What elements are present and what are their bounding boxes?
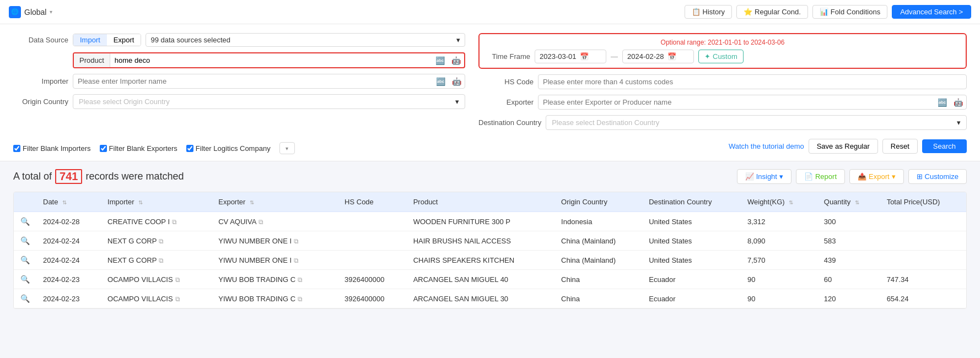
exporter-translate-icon[interactable]: 🔤 <box>934 96 950 109</box>
row-origin: China <box>554 270 642 289</box>
exporter-copy-icon[interactable]: ⧉ <box>298 295 303 303</box>
export-icon: 📤 <box>858 172 866 181</box>
custom-button[interactable]: ✦ Custom <box>698 50 744 63</box>
row-search-icon[interactable]: 🔍 <box>14 289 36 308</box>
exporter-actions: 🔤 🤖 <box>934 96 966 109</box>
global-icon: 🌐 <box>9 6 21 18</box>
destination-country-label: Destination Country <box>478 118 541 127</box>
advanced-search-button[interactable]: Advanced Search > <box>892 5 971 19</box>
row-hs-code <box>338 231 407 251</box>
importer-copy-icon[interactable]: ⧉ <box>159 257 164 264</box>
origin-country-select[interactable]: Please select Origin Country ▾ <box>73 94 465 109</box>
importer-copy-icon[interactable]: ⧉ <box>175 276 180 284</box>
importer-copy-icon[interactable]: ⧉ <box>175 295 180 303</box>
row-destination: United States <box>642 212 741 231</box>
exporter-copy-icon[interactable]: ⧉ <box>294 237 299 245</box>
data-source-label: Data Source <box>13 36 68 44</box>
row-price: 747.34 <box>880 270 966 289</box>
data-source-row: Data Source Import Export 99 data source… <box>13 33 465 47</box>
regular-cond-button[interactable]: ⭐ Regular Cond. <box>736 5 808 19</box>
destination-country-row: Destination Country Please select Destin… <box>478 115 967 130</box>
filter-blank-exporters-checkbox[interactable]: Filter Blank Exporters <box>100 144 177 153</box>
table-body: 🔍 2024-02-28 CREATIVE COOP I⧉ CV AQUIVA⧉… <box>14 212 966 308</box>
filter-blank-exporters-input[interactable] <box>100 145 107 152</box>
hs-code-input-wrapper <box>538 74 967 89</box>
exporter-robot-icon[interactable]: 🤖 <box>950 96 966 109</box>
history-button[interactable]: 📋 History <box>685 5 732 19</box>
filter-logistics-input[interactable] <box>186 145 193 152</box>
results-suffix: records were matched <box>85 171 184 182</box>
row-importer: OCAMPO VILLACIS⧉ <box>101 270 212 289</box>
reset-button[interactable]: Reset <box>882 139 918 154</box>
row-search-icon[interactable]: 🔍 <box>14 212 36 231</box>
importer-actions: 🔤 🤖 <box>433 75 465 88</box>
insight-arrow: ▾ <box>779 172 783 181</box>
row-date: 2024-02-24 <box>36 231 101 251</box>
row-price <box>880 231 966 251</box>
row-weight: 8,090 <box>741 231 817 251</box>
exporter-input-wrapper: 🔤 🤖 <box>538 95 967 110</box>
row-origin: China (Mainland) <box>554 251 642 270</box>
exporter-copy-icon[interactable]: ⧉ <box>259 218 263 226</box>
import-tab[interactable]: Import <box>73 34 107 46</box>
filter-blank-importers-input[interactable] <box>13 145 20 152</box>
insight-button[interactable]: 📈 Insight ▾ <box>737 169 791 184</box>
save-regular-button[interactable]: Save as Regular <box>809 139 878 154</box>
exporter-copy-icon[interactable]: ⧉ <box>294 257 299 264</box>
search-two-col: Data Source Import Export 99 data source… <box>13 33 967 135</box>
importer-input[interactable] <box>73 74 433 88</box>
row-hs-code <box>338 251 407 270</box>
row-date: 2024-02-28 <box>36 212 101 231</box>
search-button[interactable]: Search <box>922 139 967 153</box>
col-destination: Destination Country <box>642 192 741 212</box>
row-origin: Indonesia <box>554 212 642 231</box>
table-row: 🔍 2024-02-23 OCAMPO VILLACIS⧉ YIWU BOB T… <box>14 270 966 289</box>
row-exporter: YIWU BOB TRADING C⧉ <box>212 289 338 308</box>
filter-row: Filter Blank Importers Filter Blank Expo… <box>13 142 295 154</box>
date-separator: — <box>611 52 618 61</box>
row-product: ARCANGEL SAN MIGUEL 30 <box>407 289 554 308</box>
date-to-input[interactable]: 2024-02-28 📅 <box>622 50 694 63</box>
hs-code-input[interactable] <box>539 75 966 89</box>
date-to-value: 2024-02-28 <box>627 52 664 61</box>
filter-logistics-checkbox[interactable]: Filter Logitics Company <box>186 144 271 153</box>
table-row: 🔍 2024-02-23 OCAMPO VILLACIS⧉ YIWU BOB T… <box>14 289 966 308</box>
report-button[interactable]: 📄 Report <box>796 169 845 184</box>
destination-country-select[interactable]: Please select Destination Country ▾ <box>546 115 967 130</box>
timeframe-row: Time Frame 2023-03-01 📅 — 2024-02-28 📅 ✦… <box>486 50 959 63</box>
date-from-input[interactable]: 2023-03-01 📅 <box>535 50 606 63</box>
product-robot-icon[interactable]: 🤖 <box>448 54 464 67</box>
row-origin: China (Mainland) <box>554 231 642 251</box>
fold-conditions-button[interactable]: 📊 Fold Conditions <box>812 5 887 19</box>
record-count: 741 <box>55 169 82 184</box>
row-search-icon[interactable]: 🔍 <box>14 251 36 270</box>
row-search-icon[interactable]: 🔍 <box>14 231 36 251</box>
table-row: 🔍 2024-02-24 NEXT G CORP⧉ YIWU NUMBER ON… <box>14 231 966 251</box>
action-buttons: Watch the tutorial demo Save as Regular … <box>729 139 967 154</box>
row-importer: CREATIVE COOP I⧉ <box>101 212 212 231</box>
importer-copy-icon[interactable]: ⧉ <box>172 218 177 226</box>
importer-translate-icon[interactable]: 🔤 <box>433 75 449 88</box>
exporter-row: Exporter 🔤 🤖 <box>478 95 967 110</box>
product-translate-icon[interactable]: 🔤 <box>432 54 448 67</box>
row-destination: United States <box>642 251 741 270</box>
expand-filters-button[interactable]: ▾ <box>279 142 295 154</box>
export-button[interactable]: 📤 Export ▾ <box>849 169 904 184</box>
bottom-row: Filter Blank Importers Filter Blank Expo… <box>13 138 967 154</box>
customize-button[interactable]: ⊞ Customize <box>908 169 967 184</box>
product-input[interactable] <box>110 53 432 67</box>
row-search-icon[interactable]: 🔍 <box>14 270 36 289</box>
exporter-copy-icon[interactable]: ⧉ <box>298 276 303 284</box>
row-date: 2024-02-24 <box>36 251 101 270</box>
row-weight: 3,312 <box>741 212 817 231</box>
search-area: Data Source Import Export 99 data source… <box>0 24 980 161</box>
tutorial-link[interactable]: Watch the tutorial demo <box>729 142 804 150</box>
export-tab[interactable]: Export <box>107 34 141 46</box>
importer-copy-icon[interactable]: ⧉ <box>159 237 164 245</box>
exporter-input[interactable] <box>539 95 934 109</box>
global-dropdown-arrow[interactable]: ▾ <box>50 9 52 15</box>
data-sources-select[interactable]: 99 data sources selected ▾ <box>146 33 465 47</box>
importer-robot-icon[interactable]: 🤖 <box>449 75 465 88</box>
table-row: 🔍 2024-02-24 NEXT G CORP⧉ YIWU NUMBER ON… <box>14 251 966 270</box>
filter-blank-importers-checkbox[interactable]: Filter Blank Importers <box>13 144 91 153</box>
